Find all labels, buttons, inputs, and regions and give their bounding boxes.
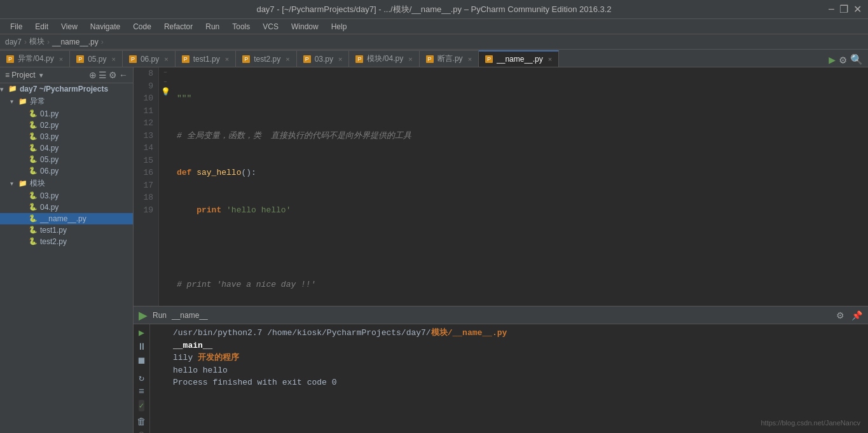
tree-file-05ex[interactable]: 🐍 05.py: [0, 154, 133, 165]
tree-test2-label: test2.py: [40, 237, 67, 246]
run-green-button[interactable]: ▶: [829, 53, 836, 67]
menu-vcs[interactable]: VCS: [258, 21, 284, 32]
root-folder-icon: 📁: [8, 85, 18, 93]
tab-03[interactable]: P 03.py ×: [297, 50, 350, 67]
panel-settings-icon[interactable]: ⚙: [834, 310, 846, 320]
tree-02-label: 02.py: [40, 121, 59, 130]
tree-file-test1[interactable]: 🐍 test1.py: [0, 224, 133, 236]
watermark: https://blog.csdn.net/JaneNancv: [761, 418, 860, 429]
tab-icon: P: [485, 55, 493, 63]
close-button[interactable]: ✕: [853, 3, 862, 15]
code-container[interactable]: 8 9 10 11 12 13 14 15 16 17 18 19: [134, 67, 868, 306]
panel-pin-icon[interactable]: 📌: [850, 310, 863, 320]
code-line-9: # 全局变量，函数，类 直接执行的代码不是向外界提供的工具: [177, 130, 863, 142]
tree-file-06ex[interactable]: 🐍 06.py: [0, 165, 133, 177]
tree-06ex-label: 06.py: [40, 167, 59, 175]
run-trash-btn[interactable]: 🗑: [137, 416, 146, 428]
project-panel: ≡ Project ▼ ⊕ ☰ ⚙ ← ▾ 📁 day7 ~/PycharmPr…: [0, 67, 134, 433]
menu-edit[interactable]: Edit: [30, 21, 53, 32]
tab-close[interactable]: ×: [338, 55, 342, 63]
tab-test2[interactable]: P test2.py ×: [236, 50, 296, 67]
bottom-panel: ▶ Run __name__ ⚙ 📌 ▶ ⏸ ⏹ ↻ ≡ ✓ 🗑: [134, 306, 868, 433]
editor-area[interactable]: 8 9 10 11 12 13 14 15 16 17 18 19: [134, 67, 868, 306]
menu-file[interactable]: File: [5, 21, 27, 32]
panel-hide-btn[interactable]: ←: [119, 70, 128, 80]
lightbulb-icon[interactable]: 💡: [161, 86, 170, 98]
tree-exception-folder[interactable]: ▾ 📁 异常: [0, 95, 133, 108]
run-pause-btn[interactable]: ⏸: [137, 341, 146, 353]
tree-file-04ex[interactable]: 🐍 04.py: [0, 142, 133, 154]
tab-icon: P: [303, 55, 311, 63]
file-py-icon: 🐍: [28, 155, 38, 164]
run-rerun-btn[interactable]: ↻: [139, 372, 144, 384]
tab-close[interactable]: ×: [164, 55, 168, 63]
breadcrumb-day7[interactable]: day7: [5, 38, 22, 46]
run-play-btn[interactable]: ▶: [139, 327, 144, 339]
menu-run[interactable]: Run: [200, 21, 224, 32]
tab-close[interactable]: ×: [548, 55, 552, 63]
menu-code[interactable]: Code: [128, 21, 156, 32]
tree-file-namepy[interactable]: 🐍 __name__.py: [0, 213, 133, 224]
tab-06[interactable]: P 06.py ×: [123, 50, 176, 67]
tab-run-controls: ▶ ⚙ 🔍: [823, 53, 868, 67]
tab-icon: P: [182, 55, 189, 63]
minimize-button[interactable]: –: [829, 3, 834, 15]
run-panel-title: Run: [153, 311, 167, 320]
tab-name[interactable]: P __name__.py ×: [479, 50, 559, 67]
run-stop-btn[interactable]: ⏹: [137, 355, 146, 367]
tree-file-03mod[interactable]: 🐍 03.py: [0, 190, 133, 202]
tree-module-label: 模块: [30, 178, 45, 189]
menu-help[interactable]: Help: [326, 21, 352, 32]
menu-bar: File Edit View Navigate Code Refactor Ru…: [0, 19, 868, 34]
menu-refactor[interactable]: Refactor: [159, 21, 198, 32]
file-py-icon: 🐍: [28, 226, 38, 235]
panel-collapse-btn[interactable]: ☰: [99, 70, 107, 80]
tab-close[interactable]: ×: [468, 55, 472, 63]
tab-icon: P: [242, 55, 250, 63]
exception-folder-icon: 📁: [18, 97, 28, 106]
breadcrumb-file[interactable]: __name__.py: [52, 38, 99, 46]
tab-close[interactable]: ×: [59, 55, 63, 63]
tree-module-folder[interactable]: ▾ 📁 模块: [0, 177, 133, 190]
run-help-btn[interactable]: ?: [139, 430, 144, 433]
tree-file-01[interactable]: 🐍 01.py: [0, 108, 133, 120]
tab-icon: P: [76, 55, 84, 63]
menu-view[interactable]: View: [56, 21, 83, 32]
menu-navigate[interactable]: Navigate: [85, 21, 125, 32]
tab-icon: P: [6, 55, 14, 63]
tab-test1[interactable]: P test1.py ×: [176, 50, 236, 67]
panel-sync-btn[interactable]: ⊕: [89, 70, 97, 80]
panel-dropdown-icon[interactable]: ▼: [38, 72, 45, 79]
tab-close[interactable]: ×: [286, 55, 289, 63]
tab-module04[interactable]: P 模块/04.py ×: [349, 50, 419, 67]
tree-file-03ex[interactable]: 🐍 03.py: [0, 131, 133, 142]
tab-close[interactable]: ×: [225, 55, 229, 63]
tree-file-04mod[interactable]: 🐍 04.py: [0, 202, 133, 213]
tree-root-label: day7 ~/PycharmProjects: [20, 85, 108, 93]
code-editor[interactable]: """ # 全局变量，函数，类 直接执行的代码不是向外界提供的工具 def sa…: [172, 67, 868, 306]
tree-test1-label: test1.py: [40, 226, 67, 235]
tab-close[interactable]: ×: [408, 55, 412, 63]
tree-04mod-label: 04.py: [40, 203, 59, 212]
run-debug-button[interactable]: ⚙: [839, 53, 846, 67]
panel-settings-btn[interactable]: ⚙: [109, 70, 117, 80]
code-line-12: [177, 241, 863, 254]
maximize-button[interactable]: ❐: [839, 3, 848, 15]
tab-assert[interactable]: P 断言.py ×: [420, 50, 479, 67]
gutter: – – 💡: [159, 67, 172, 306]
tree-file-test2[interactable]: 🐍 test2.py: [0, 236, 133, 247]
tab-05[interactable]: P 05.py ×: [70, 50, 123, 67]
run-search-button[interactable]: 🔍: [850, 53, 863, 66]
menu-tools[interactable]: Tools: [227, 21, 255, 32]
run-scroll-btn[interactable]: ≡: [139, 387, 144, 397]
file-py-icon: 🐍: [28, 214, 38, 223]
tab-exception04[interactable]: P 异常/04.py ×: [0, 50, 70, 67]
menu-window[interactable]: Window: [286, 21, 324, 32]
breadcrumb-module[interactable]: 模块: [29, 36, 45, 47]
tree-root[interactable]: ▾ 📁 day7 ~/PycharmProjects: [0, 83, 133, 95]
tree-file-02[interactable]: 🐍 02.py: [0, 120, 133, 131]
run-filter-btn[interactable]: ✓: [139, 400, 145, 411]
panel-tools: ⊕ ☰ ⚙ ←: [89, 70, 128, 80]
tab-close[interactable]: ×: [112, 55, 116, 63]
file-py-icon: 🐍: [28, 191, 38, 200]
